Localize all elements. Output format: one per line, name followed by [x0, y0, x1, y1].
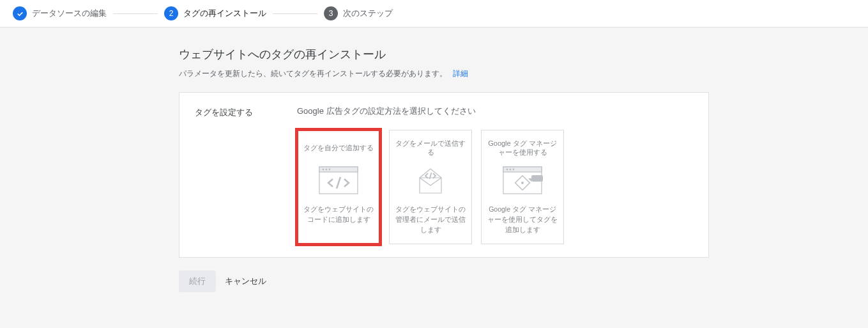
svg-rect-1	[319, 167, 358, 172]
option-description: タグをウェブサイトのコードに追加します	[303, 205, 374, 225]
option-description: Google タグ マネージャーを使用してタグを追加します	[487, 205, 558, 235]
option-title: タグを自分で追加する	[303, 138, 374, 157]
step-number-icon: 2	[164, 6, 178, 20]
svg-point-14	[521, 182, 524, 184]
step-label: タグの再インストール	[183, 8, 266, 19]
card-body: Google 広告タグの設定方法を選択してください タグを自分で追加する	[297, 105, 693, 244]
option-title: タグをメールで送信する	[395, 138, 466, 157]
option-tag-manager[interactable]: Google タグ マネージャーを使用する Google タグ マネージャ	[481, 130, 564, 244]
svg-point-2	[323, 169, 324, 171]
continue-button[interactable]: 続行	[179, 270, 216, 292]
footer-actions: 続行 キャンセル	[179, 270, 709, 292]
page-title: ウェブサイトへのタグの再インストール	[179, 47, 709, 62]
svg-rect-9	[503, 167, 542, 172]
options-row: タグを自分で追加する タグをウェブサイトのコ	[297, 130, 693, 244]
svg-point-12	[513, 169, 515, 171]
subtitle-text: パラメータを更新したら、続いてタグを再インストールする必要があります。	[179, 69, 447, 78]
svg-rect-15	[531, 175, 543, 182]
details-link[interactable]: 詳細	[453, 69, 468, 78]
step-2[interactable]: 2 タグの再インストール	[164, 6, 266, 20]
step-number-icon: 3	[324, 6, 338, 20]
page-subtitle: パラメータを更新したら、続いてタグを再インストールする必要があります。 詳細	[179, 68, 709, 79]
step-label: 次のステップ	[343, 8, 393, 19]
option-email-tag[interactable]: タグをメールで送信する タグをウェブサイトの管理者にメールで送信します	[389, 130, 472, 244]
step-1[interactable]: データソースの編集	[13, 6, 107, 20]
step-3[interactable]: 3 次のステップ	[324, 6, 393, 20]
cancel-button[interactable]: キャンセル	[225, 276, 266, 287]
step-label: データソースの編集	[32, 8, 107, 19]
mail-code-icon	[408, 165, 453, 196]
svg-point-11	[510, 169, 512, 171]
code-window-icon	[316, 165, 361, 196]
tag-manager-icon	[500, 165, 545, 196]
svg-point-3	[326, 169, 328, 171]
step-connector	[113, 13, 158, 14]
checkmark-icon	[13, 6, 27, 20]
option-description: タグをウェブサイトの管理者にメールで送信します	[395, 205, 466, 235]
svg-point-4	[329, 169, 331, 171]
option-title: Google タグ マネージャーを使用する	[487, 138, 558, 157]
stepper: データソースの編集 2 タグの再インストール 3 次のステップ	[0, 0, 868, 27]
step-connector	[273, 13, 317, 14]
tag-setup-card: タグを設定する Google 広告タグの設定方法を選択してください タグを自分で…	[179, 92, 709, 258]
card-instruction: Google 広告タグの設定方法を選択してください	[297, 105, 693, 117]
card-section-label: タグを設定する	[195, 105, 297, 244]
main-content: ウェブサイトへのタグの再インストール パラメータを更新したら、続いてタグを再イン…	[179, 47, 709, 292]
svg-point-10	[506, 169, 508, 171]
option-install-yourself[interactable]: タグを自分で追加する タグをウェブサイトのコ	[297, 130, 380, 244]
